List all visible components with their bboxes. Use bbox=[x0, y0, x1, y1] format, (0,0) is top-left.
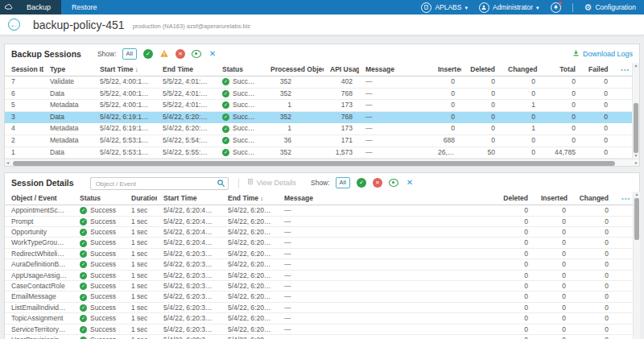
column-header-duration[interactable]: Duration bbox=[125, 192, 157, 205]
column-header-status[interactable]: Status bbox=[73, 192, 125, 205]
column-header-changed[interactable]: Changed bbox=[572, 192, 615, 205]
success-filter-icon[interactable]: ✓ bbox=[357, 178, 366, 188]
success-icon: ✓ bbox=[80, 304, 87, 312]
backup-session-row[interactable]: 2Metadata5/4/22, 5:53:19 PM5/4/22, 5:54:… bbox=[5, 134, 632, 147]
cell-end: 5/4/22, 6:20:40 PM bbox=[221, 259, 278, 270]
user-menu[interactable]: Administrator ▾ bbox=[479, 2, 539, 13]
org-selector[interactable]: APLABS ▾ bbox=[421, 2, 468, 13]
cell-changed: 0 bbox=[502, 88, 542, 100]
column-header-deleted[interactable]: Deleted bbox=[488, 192, 535, 205]
error-filter-icon[interactable]: ✕ bbox=[175, 49, 185, 59]
column-header-deleted[interactable]: Deleted bbox=[461, 63, 502, 76]
backup-session-row[interactable]: 4Metadata5/4/22, 6:19:15 PM5/4/22, 6:20:… bbox=[5, 123, 632, 135]
view-details-button[interactable]: View Details bbox=[247, 178, 296, 187]
session-detail-row[interactable]: Prompt✓Success1 sec5/4/22, 6:20:40 PM5/4… bbox=[5, 216, 633, 226]
column-header-api[interactable]: API Usage bbox=[324, 63, 359, 76]
column-header-changed[interactable]: Changed bbox=[502, 63, 542, 76]
cell-status: ✓Success bbox=[73, 335, 125, 339]
cell-end: 5/5/22, 4:01:25 AM bbox=[156, 76, 216, 89]
column-header-end[interactable]: End Time bbox=[156, 63, 216, 76]
column-header-inserted[interactable]: Inserted bbox=[535, 192, 572, 205]
scroll-up-icon[interactable]: ▲ bbox=[633, 63, 639, 68]
cell-menu bbox=[615, 324, 633, 334]
configuration-button[interactable]: ⚙ Configuration bbox=[584, 3, 636, 12]
cell-changed: 0 bbox=[502, 134, 542, 147]
cell-status: ✓Success bbox=[73, 281, 125, 291]
horizontal-scrollbar[interactable]: ◂ ▸ bbox=[5, 159, 639, 166]
cancelled-filter-icon[interactable]: ✕ bbox=[208, 49, 217, 59]
column-header-end[interactable]: End Time↓ bbox=[221, 192, 278, 205]
cell-start: 5/4/22, 6:20:39 PM bbox=[157, 259, 221, 270]
column-header-status[interactable]: Status bbox=[216, 63, 264, 76]
notifications-button[interactable] bbox=[551, 2, 561, 13]
warning-filter-icon[interactable] bbox=[159, 49, 169, 59]
session-detail-row[interactable]: AppointmentSchedulingP...✓Success1 sec5/… bbox=[5, 205, 633, 216]
app-logo[interactable] bbox=[0, 0, 16, 14]
backup-session-row[interactable]: 6Data5/5/22, 4:00:17 AM5/5/22, 4:01:43 A… bbox=[5, 88, 632, 100]
cell-deleted: 0 bbox=[488, 205, 535, 216]
cell-status: ✓Success bbox=[216, 76, 264, 89]
column-header-start[interactable]: Start Time↓ bbox=[93, 63, 156, 76]
scroll-right-icon[interactable]: ▸ bbox=[635, 159, 638, 167]
session-detail-row[interactable]: Opportunity✓Success1 sec5/4/22, 6:20:40 … bbox=[5, 226, 633, 237]
vertical-scrollbar[interactable]: ▲ ▼ bbox=[633, 192, 640, 339]
scroll-left-icon[interactable]: ◂ bbox=[6, 159, 9, 167]
column-header-object[interactable]: Object / Event bbox=[5, 192, 73, 205]
column-header-failed[interactable]: Failed bbox=[582, 63, 614, 76]
success-icon: ✓ bbox=[80, 294, 87, 301]
cell-message: — bbox=[278, 302, 488, 312]
session-detail-row[interactable]: AuraDefinitionBundle✓Success1 sec5/4/22,… bbox=[5, 259, 633, 270]
session-detail-row[interactable]: ServiceTerritoryWorkType✓Success1 sec5/4… bbox=[5, 324, 633, 334]
session-details-title: Session Details bbox=[11, 178, 74, 188]
column-settings-icon[interactable]: ••• bbox=[621, 66, 630, 73]
cell-start: 5/4/22, 6:19:15 PM bbox=[93, 123, 156, 135]
scrollbar-thumb[interactable] bbox=[634, 198, 639, 240]
session-detail-row[interactable]: EmailMessage✓Success1 sec5/4/22, 6:20:39… bbox=[5, 291, 633, 302]
scrollbar-thumb[interactable] bbox=[634, 103, 638, 153]
success-filter-icon[interactable]: ✓ bbox=[143, 49, 153, 59]
scroll-up-icon[interactable]: ▲ bbox=[634, 192, 640, 197]
column-settings-icon[interactable]: ••• bbox=[621, 195, 630, 202]
filter-all-button[interactable]: All bbox=[336, 177, 350, 188]
tab-restore[interactable]: Restore bbox=[61, 0, 108, 14]
vertical-scrollbar[interactable]: ▲ ▼ bbox=[632, 63, 639, 159]
column-header-start[interactable]: Start Time bbox=[157, 192, 221, 205]
scrollbar-thumb[interactable] bbox=[13, 161, 615, 166]
cancelled-filter-icon[interactable]: ✕ bbox=[405, 178, 415, 188]
column-header-inserted[interactable]: Inserted bbox=[431, 63, 461, 76]
backup-session-row[interactable]: 5Metadata5/5/22, 4:00:17 AM5/5/22, 4:01:… bbox=[5, 100, 632, 112]
object-event-search-input[interactable] bbox=[90, 177, 229, 190]
column-header-message[interactable]: Message bbox=[278, 192, 488, 205]
cell-start: 5/4/22, 6:20:39 PM bbox=[157, 281, 221, 291]
cell-deleted: 0 bbox=[461, 100, 502, 112]
download-logs-button[interactable]: Download Logs bbox=[572, 49, 633, 58]
session-detail-row[interactable]: TopicAssignment✓Success1 sec5/4/22, 6:20… bbox=[5, 313, 633, 324]
column-header-processed[interactable]: Processed Objects bbox=[264, 63, 324, 76]
backup-session-row[interactable]: 7Validate5/5/22, 4:00:18 AM5/5/22, 4:01:… bbox=[5, 76, 632, 89]
scroll-down-icon[interactable]: ▼ bbox=[633, 153, 639, 159]
cell-start: 5/4/22, 6:20:39 PM bbox=[157, 270, 221, 280]
session-detail-row[interactable]: RedirectWhitelistUrl✓Success1 sec5/4/22,… bbox=[5, 248, 633, 258]
tab-backup[interactable]: Backup bbox=[16, 0, 61, 14]
search-icon[interactable] bbox=[217, 176, 225, 191]
error-filter-icon[interactable]: ✕ bbox=[373, 178, 382, 188]
cell-deleted: 0 bbox=[488, 216, 535, 226]
cell-end: 5/5/22, 4:01:35 AM bbox=[156, 100, 216, 112]
column-header-message[interactable]: Message bbox=[359, 63, 431, 76]
in-progress-filter-icon[interactable] bbox=[192, 50, 201, 58]
backup-session-row[interactable]: 3Data5/4/22, 6:19:16 PM5/4/22, 6:20:40 P… bbox=[5, 111, 632, 123]
column-header-total[interactable]: Total bbox=[542, 63, 582, 76]
back-button[interactable]: ← bbox=[8, 19, 20, 31]
backup-session-row[interactable]: 1Data5/4/22, 5:53:19 PM5/4/22, 5:55:35 P… bbox=[5, 147, 632, 159]
column-header-type[interactable]: Type bbox=[43, 63, 93, 76]
session-detail-row[interactable]: ListEmailIndividualRecipie...✓Success1 s… bbox=[5, 302, 633, 312]
column-header-id[interactable]: Session ID bbox=[5, 63, 43, 76]
session-detail-row[interactable]: AppUsageAssignment✓Success1 sec5/4/22, 6… bbox=[5, 270, 633, 280]
in-progress-filter-icon[interactable] bbox=[389, 179, 398, 187]
session-detail-row[interactable]: CaseContactRole✓Success1 sec5/4/22, 6:20… bbox=[5, 281, 633, 291]
filter-all-button[interactable]: All bbox=[122, 48, 137, 60]
cell-duration: 1 sec bbox=[125, 281, 157, 291]
session-detail-row[interactable]: UserProvisioningRequest✓Success1 sec5/4/… bbox=[5, 335, 633, 339]
gear-icon: ⚙ bbox=[584, 3, 592, 12]
session-detail-row[interactable]: WorkTypeGroupMember✓Success1 sec5/4/22, … bbox=[5, 238, 633, 248]
